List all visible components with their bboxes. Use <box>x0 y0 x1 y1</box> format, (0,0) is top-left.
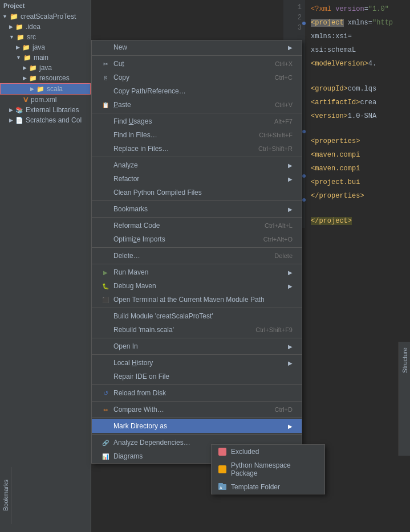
menu-item-copy[interactable]: ⎘ Copy Ctrl+C <box>92 71 302 84</box>
menu-item-reload[interactable]: ↺ Reload from Disk <box>92 386 302 400</box>
copy-shortcut: Ctrl+C <box>275 74 293 81</box>
code-line-3: xmlns:xsi= <box>306 30 397 43</box>
reload-icon: ↺ <box>101 388 110 398</box>
mark-dir-icon <box>101 421 110 431</box>
menu-item-replace-files[interactable]: Replace in Files… Ctrl+Shift+R <box>92 142 302 155</box>
template-folder-icon: A <box>218 483 226 491</box>
tree-idea[interactable]: ▶ 📁 .idea <box>0 22 91 32</box>
reformat-icon <box>101 221 110 230</box>
diagrams-icon: 📊 <box>101 452 110 461</box>
sep-7 <box>92 264 302 264</box>
expand-arrow: ▶ <box>9 24 13 30</box>
sep-8 <box>92 308 302 308</box>
menu-item-analyze[interactable]: Analyze ▶ <box>92 158 302 172</box>
copy-icon: ⎘ <box>101 73 110 82</box>
tree-main[interactable]: ▼ 📁 main <box>0 52 91 63</box>
tree-root[interactable]: ▼ 📁 creatScalaProTest <box>0 11 91 22</box>
reformat-label: Reformat Code <box>113 222 160 230</box>
tree-java1[interactable]: ▶ 📁 java <box>0 42 91 52</box>
java1-label: java <box>33 43 45 51</box>
sep-13 <box>92 418 302 418</box>
menu-item-find-files[interactable]: Find in Files… Ctrl+Shift+F <box>92 128 302 142</box>
find-usages-icon <box>101 117 110 126</box>
open-in-arrow: ▶ <box>288 343 293 350</box>
local-history-arrow: ▶ <box>288 360 293 366</box>
excluded-icon <box>218 448 226 456</box>
expand-arrow: ▶ <box>16 44 20 50</box>
diagrams-label: Diagrams <box>113 452 143 460</box>
tree-ext-libs[interactable]: ▶ 📚 External Libraries <box>0 105 91 115</box>
paste-label: Paste <box>113 101 131 109</box>
find-files-shortcut: Ctrl+Shift+F <box>259 132 293 138</box>
run-maven-label: Run Maven <box>113 268 148 276</box>
menu-item-cut[interactable]: ✂ Cut Ctrl+X <box>92 57 302 71</box>
cut-label: Cut <box>113 60 124 68</box>
sep-4 <box>92 200 302 201</box>
scratches-label: Scratches and Col <box>26 116 82 124</box>
menu-item-find-usages[interactable]: Find Usages Alt+F7 <box>92 114 302 128</box>
menu-item-delete[interactable]: Delete… Delete <box>92 249 302 263</box>
optimize-icon <box>101 235 110 244</box>
submenu-python-namespace[interactable]: Python Namespace Package <box>212 459 324 480</box>
menu-item-build[interactable]: Build Module 'creatScalaProTest' <box>92 309 302 323</box>
resources-label: resources <box>39 74 70 82</box>
code-line-10 <box>306 123 397 134</box>
menu-item-open-in[interactable]: Open In ▶ <box>92 339 302 353</box>
menu-item-repair-ide[interactable]: Repair IDE on File <box>92 370 302 383</box>
sep-6 <box>92 247 302 248</box>
excluded-label: Excluded <box>231 448 259 456</box>
svg-text:A: A <box>220 486 222 490</box>
ext-libs-icon: 📚 <box>15 107 23 114</box>
menu-item-copy-path[interactable]: Copy Path/Reference… <box>92 84 302 98</box>
menu-item-debug-maven[interactable]: 🐛 Debug Maven ▶ <box>92 279 302 293</box>
mark-dir-arrow: ▶ <box>288 423 293 429</box>
bookmarks-icon <box>101 204 110 214</box>
menu-item-paste[interactable]: 📋 Paste Ctrl+V <box>92 98 302 112</box>
menu-item-optimize[interactable]: Optimize Imports Ctrl+Alt+O <box>92 232 302 246</box>
folder-icon: 📁 <box>29 64 37 72</box>
menu-item-compare[interactable]: ⇔ Compare With… Ctrl+D <box>92 403 302 416</box>
tree-src[interactable]: ▼ 📁 src <box>0 32 91 42</box>
new-arrow: ▶ <box>288 44 293 51</box>
bookmarks-sidebar-label[interactable]: Bookmarks <box>2 480 9 511</box>
debug-maven-label: Debug Maven <box>113 282 156 290</box>
tree-scratches[interactable]: ▶ 📄 Scratches and Col <box>0 115 91 125</box>
menu-item-open-terminal[interactable]: ⬛ Open Terminal at the Current Maven Mod… <box>92 293 302 306</box>
tree-pom[interactable]: 𝗩 pom.xml <box>0 95 91 105</box>
compare-label: Compare With… <box>113 406 164 414</box>
menu-item-clean-python[interactable]: Clean Python Compiled Files <box>92 186 302 199</box>
refactor-label: Refactor <box>113 175 139 183</box>
expand-arrow: ▼ <box>9 34 14 40</box>
tree-resources[interactable]: ▶ 📁 resources <box>0 73 91 83</box>
code-line-6 <box>306 71 397 82</box>
cut-shortcut: Ctrl+X <box>275 60 293 67</box>
bookmarks-label: Bookmarks <box>113 205 148 213</box>
repair-ide-icon <box>101 372 110 381</box>
tree-scala[interactable]: ▶ 📁 scala <box>0 83 91 95</box>
sep-1 <box>92 55 302 56</box>
code-line-1: <?xml version="1.0" <box>306 2 397 16</box>
scratches-icon: 📄 <box>15 117 23 124</box>
analyze-deps-label: Analyze Dependencies… <box>113 439 190 447</box>
replace-files-shortcut: Ctrl+Shift+R <box>258 145 293 152</box>
optimize-label: Optimize Imports <box>113 235 165 243</box>
menu-item-run-maven[interactable]: ▶ Run Maven ▶ <box>92 265 302 279</box>
copy-path-icon <box>101 87 110 96</box>
menu-item-reformat[interactable]: Reformat Code Ctrl+Alt+L <box>92 219 302 232</box>
menu-item-bookmarks[interactable]: Bookmarks ▶ <box>92 202 302 216</box>
code-line-12: <maven.compi <box>306 148 397 162</box>
menu-item-new[interactable]: New ▶ <box>92 40 302 54</box>
menu-item-mark-directory[interactable]: Mark Directory as ▶ <box>92 419 302 433</box>
ext-libs-label: External Libraries <box>26 106 79 114</box>
delete-label: Delete… <box>113 252 140 260</box>
right-sidebar: Structure <box>399 342 410 456</box>
menu-item-rebuild[interactable]: Rebuild 'main.scala' Ctrl+Shift+F9 <box>92 323 302 337</box>
tree-java2[interactable]: ▶ 📁 java <box>0 63 91 73</box>
submenu-template-folder[interactable]: A Template Folder <box>212 480 324 494</box>
delete-icon <box>101 251 110 260</box>
submenu-excluded[interactable]: Excluded <box>212 445 324 459</box>
open-in-icon <box>101 342 110 351</box>
structure-label[interactable]: Structure <box>401 347 408 373</box>
menu-item-local-history[interactable]: Local History ▶ <box>92 356 302 370</box>
menu-item-refactor[interactable]: Refactor ▶ <box>92 172 302 186</box>
